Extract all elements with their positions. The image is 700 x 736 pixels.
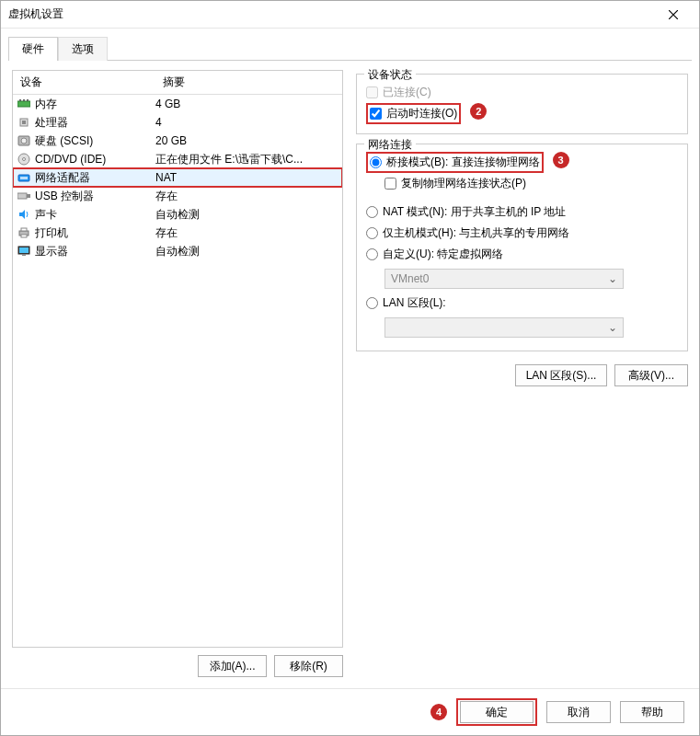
- device-status-group: 设备状态 已连接(C) 启动时连接(O) 2: [356, 74, 688, 134]
- window-title: 虚拟机设置: [8, 6, 655, 22]
- replicate-row: 复制物理网络连接状态(P): [384, 173, 678, 194]
- svg-rect-12: [17, 193, 27, 199]
- svg-rect-2: [23, 99, 25, 101]
- device-name: 硬盘 (SCSI): [35, 133, 155, 149]
- svg-rect-18: [19, 247, 29, 253]
- device-summary: NAT: [155, 171, 339, 184]
- device-row-printer[interactable]: 打印机存在: [13, 224, 342, 242]
- badge-4: 4: [430, 704, 447, 720]
- ok-highlight: 确定: [456, 698, 537, 726]
- device-summary: 20 GB: [155, 134, 339, 147]
- device-name: USB 控制器: [35, 189, 155, 204]
- svg-rect-3: [27, 99, 29, 101]
- badge-3: 3: [553, 152, 569, 168]
- left-buttons: 添加(A)... 移除(R): [12, 648, 343, 684]
- right-bottom-buttons: LAN 区段(S)... 高级(V)...: [356, 361, 688, 390]
- chevron-down-icon: ⌄: [608, 321, 617, 334]
- close-icon: [669, 10, 678, 19]
- device-summary: 正在使用文件 E:\迅雷下载\C...: [155, 152, 339, 167]
- connect-poweron-highlight: 启动时连接(O): [366, 103, 461, 124]
- connected-checkbox: [366, 86, 378, 98]
- custom-row: 自定义(U): 特定虚拟网络: [366, 244, 678, 265]
- usb-icon: [17, 189, 31, 203]
- svg-rect-19: [22, 254, 26, 256]
- lan-segment-select: ⌄: [384, 317, 624, 338]
- custom-radio[interactable]: [366, 248, 378, 260]
- device-summary: 4: [155, 116, 339, 129]
- lan-radio[interactable]: [366, 297, 378, 309]
- replicate-checkbox[interactable]: [384, 178, 396, 190]
- device-summary: 自动检测: [155, 207, 339, 223]
- display-icon: [17, 244, 31, 259]
- device-row-display[interactable]: 显示器自动检测: [13, 242, 342, 260]
- custom-vmnet-select: VMnet0 ⌄: [384, 269, 624, 289]
- nat-label: NAT 模式(N): 用于共享主机的 IP 地址: [383, 204, 566, 220]
- add-button[interactable]: 添加(A)...: [198, 655, 267, 677]
- network-connection-group: 网络连接 桥接模式(B): 直接连接物理网络 3 复制物理网络连接状态(P) N…: [356, 144, 688, 351]
- tab-options[interactable]: 选项: [58, 37, 108, 61]
- nat-radio[interactable]: [366, 206, 378, 218]
- col-header-device: 设备: [13, 71, 155, 94]
- left-pane: 设备 摘要 内存4 GB处理器4硬盘 (SCSI)20 GBCD/DVD (ID…: [12, 70, 343, 684]
- ok-button[interactable]: 确定: [460, 701, 534, 723]
- svg-rect-0: [17, 101, 30, 107]
- device-name: 内存: [35, 97, 155, 112]
- custom-label: 自定义(U): 特定虚拟网络: [383, 247, 503, 262]
- bridged-highlight: 桥接模式(B): 直接连接物理网络: [366, 152, 544, 173]
- device-summary: 存在: [155, 225, 339, 241]
- printer-icon: [17, 225, 31, 240]
- svg-rect-11: [20, 177, 28, 179]
- device-summary: 自动检测: [155, 244, 339, 259]
- connected-row: 已连接(C): [366, 82, 678, 103]
- svg-rect-5: [22, 121, 26, 124]
- hostonly-radio[interactable]: [366, 227, 378, 239]
- device-row-net[interactable]: 网络适配器NAT1: [13, 168, 342, 187]
- tab-bar: 硬件 选项: [1, 29, 699, 60]
- help-button[interactable]: 帮助: [620, 701, 684, 723]
- device-row-disk[interactable]: 硬盘 (SCSI)20 GB: [13, 132, 342, 150]
- device-name: 网络适配器: [35, 170, 155, 186]
- device-status-title: 设备状态: [364, 67, 416, 83]
- tab-hardware[interactable]: 硬件: [8, 37, 58, 61]
- device-name: 声卡: [35, 207, 155, 223]
- chevron-down-icon: ⌄: [608, 272, 617, 285]
- nat-row: NAT 模式(N): 用于共享主机的 IP 地址: [366, 201, 678, 223]
- dialog-footer: 4 确定 取消 帮助: [1, 688, 699, 735]
- device-name: 打印机: [35, 225, 155, 241]
- cancel-button[interactable]: 取消: [546, 701, 611, 723]
- device-row-memory[interactable]: 内存4 GB: [13, 95, 342, 113]
- device-name: 显示器: [35, 244, 155, 259]
- lan-label: LAN 区段(L):: [383, 295, 446, 311]
- device-row-cpu[interactable]: 处理器4: [13, 113, 342, 132]
- custom-vmnet-value: VMnet0: [391, 272, 429, 285]
- net-icon: [17, 170, 31, 185]
- device-summary: 存在: [155, 189, 339, 204]
- svg-rect-15: [21, 228, 27, 231]
- device-row-usb[interactable]: USB 控制器存在: [13, 187, 342, 205]
- svg-point-7: [21, 138, 27, 144]
- lan-row: LAN 区段(L):: [366, 293, 678, 314]
- connect-poweron-checkbox[interactable]: [370, 108, 382, 120]
- svg-point-9: [23, 158, 26, 161]
- device-name: 处理器: [35, 115, 155, 131]
- lan-segments-button[interactable]: LAN 区段(S)...: [515, 364, 607, 386]
- memory-icon: [17, 97, 31, 111]
- vm-settings-dialog: 虚拟机设置 硬件 选项 设备 摘要 内存4 GB处理器4硬盘 (SCSI)20 …: [0, 0, 700, 736]
- remove-button[interactable]: 移除(R): [274, 655, 343, 677]
- hostonly-label: 仅主机模式(H): 与主机共享的专用网络: [383, 225, 569, 241]
- connect-poweron-label: 启动时连接(O): [386, 106, 457, 121]
- device-list: 设备 摘要 内存4 GB处理器4硬盘 (SCSI)20 GBCD/DVD (ID…: [12, 70, 343, 648]
- hardware-panel: 设备 摘要 内存4 GB处理器4硬盘 (SCSI)20 GBCD/DVD (ID…: [8, 60, 692, 688]
- badge-2: 2: [470, 103, 487, 120]
- disk-icon: [17, 133, 31, 148]
- device-row-sound[interactable]: 声卡自动检测: [13, 205, 342, 224]
- device-row-cd[interactable]: CD/DVD (IDE)正在使用文件 E:\迅雷下载\C...: [13, 150, 342, 168]
- titlebar: 虚拟机设置: [1, 1, 699, 29]
- close-button[interactable]: [655, 2, 692, 28]
- advanced-button[interactable]: 高级(V)...: [614, 364, 688, 386]
- sound-icon: [17, 207, 31, 222]
- hostonly-row: 仅主机模式(H): 与主机共享的专用网络: [366, 223, 678, 244]
- bridged-radio[interactable]: [370, 156, 382, 168]
- network-connection-title: 网络连接: [364, 137, 416, 153]
- cd-icon: [17, 152, 31, 167]
